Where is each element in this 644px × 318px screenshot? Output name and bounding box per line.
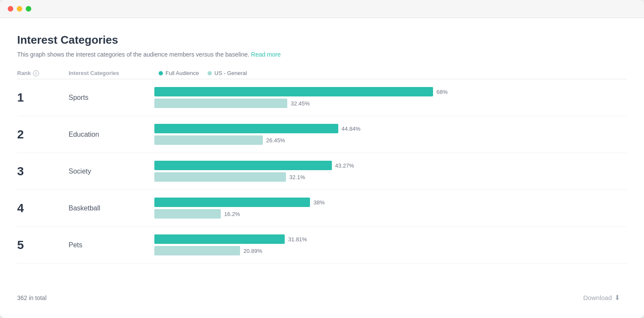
full-audience-label: 43.27%: [335, 162, 354, 169]
subtitle-text: This graph shows the interest categories…: [17, 51, 250, 58]
table-row: 3 Society 43.27% 32.1%: [17, 153, 627, 190]
full-audience-bar: [154, 161, 332, 170]
legend-dot-us: [208, 71, 212, 75]
full-audience-bar: [154, 198, 310, 207]
legend-dot-full: [159, 71, 163, 75]
us-general-bar-row: 16.2%: [154, 209, 601, 219]
category-label: Society: [69, 168, 154, 175]
bar-group: 68% 32.45%: [154, 87, 627, 108]
table-header: Rank i Interest Categories Full Audience…: [17, 70, 627, 76]
table-row: 4 Basketball 38% 16.2%: [17, 190, 627, 227]
full-audience-label: 38%: [313, 199, 325, 206]
us-general-label: 20.89%: [244, 248, 262, 254]
footer: 362 in total Download ⬇: [17, 282, 627, 305]
us-general-bar: [154, 246, 240, 255]
rank-number: 2: [17, 128, 69, 141]
bar-group: 44.84% 26.45%: [154, 124, 627, 145]
us-general-bar: [154, 209, 221, 219]
category-label: Pets: [69, 241, 154, 249]
full-audience-label: 31.81%: [288, 236, 307, 243]
table-row: 1 Sports 68% 32.45%: [17, 79, 627, 116]
us-general-label: 16.2%: [224, 211, 240, 217]
full-audience-bar: [154, 87, 433, 96]
us-general-bar-row: 32.45%: [154, 99, 601, 108]
legend-full-label: Full Audience: [166, 70, 199, 76]
category-column-header: Interest Categories: [69, 70, 154, 76]
rank-number: 5: [17, 238, 69, 252]
download-icon: ⬇: [614, 294, 620, 302]
us-general-bar-row: 26.45%: [154, 135, 601, 145]
rank-info-icon[interactable]: i: [33, 70, 39, 76]
full-audience-bar-row: 44.84%: [154, 124, 601, 133]
full-audience-label: 44.84%: [342, 126, 361, 132]
us-general-bar: [154, 172, 286, 182]
read-more-link[interactable]: Read more: [251, 51, 281, 58]
chart-column-header: Full Audience US - General: [154, 70, 627, 76]
full-audience-bar-row: 68%: [154, 87, 601, 96]
rank-column-header: Rank i: [17, 70, 69, 76]
main-content: Interest Categories This graph shows the…: [0, 18, 644, 318]
category-label: Basketball: [69, 204, 154, 212]
rank-number: 4: [17, 201, 69, 215]
full-audience-bar-row: 38%: [154, 198, 601, 207]
table-row: 2 Education 44.84% 26.45%: [17, 116, 627, 153]
chart-legend: Full Audience US - General: [159, 70, 247, 76]
rank-number: 3: [17, 165, 69, 178]
table-row: 5 Pets 31.81% 20.89%: [17, 227, 627, 264]
legend-us-general: US - General: [208, 70, 247, 76]
us-general-bar-row: 20.89%: [154, 246, 601, 255]
full-audience-bar-row: 43.27%: [154, 161, 601, 170]
us-general-bar-row: 32.1%: [154, 172, 601, 182]
download-label: Download: [583, 294, 612, 301]
bar-group: 38% 16.2%: [154, 198, 627, 219]
minimize-button[interactable]: [17, 6, 22, 12]
full-audience-label: 68%: [436, 89, 448, 95]
rank-number: 1: [17, 91, 69, 105]
us-general-label: 32.45%: [291, 100, 310, 107]
us-general-label: 32.1%: [289, 174, 305, 180]
page-subtitle: This graph shows the interest categories…: [17, 51, 627, 58]
us-general-bar: [154, 135, 263, 145]
app-window: Interest Categories This graph shows the…: [0, 0, 644, 318]
bar-group: 43.27% 32.1%: [154, 161, 627, 182]
category-label: Education: [69, 131, 154, 138]
full-audience-bar-row: 31.81%: [154, 234, 601, 244]
bar-group: 31.81% 20.89%: [154, 234, 627, 255]
page-title: Interest Categories: [17, 33, 627, 47]
download-button[interactable]: Download ⬇: [576, 290, 627, 305]
category-label: Sports: [69, 94, 154, 102]
us-general-bar: [154, 99, 287, 108]
legend-full-audience: Full Audience: [159, 70, 199, 76]
full-audience-bar: [154, 124, 338, 133]
titlebar: [0, 0, 644, 18]
data-rows: 1 Sports 68% 32.45% 2 Education 44.84%: [17, 79, 627, 264]
close-button[interactable]: [8, 6, 13, 12]
total-count: 362 in total: [17, 294, 47, 301]
us-general-label: 26.45%: [266, 137, 285, 144]
full-audience-bar: [154, 234, 285, 244]
maximize-button[interactable]: [26, 6, 31, 12]
legend-us-label: US - General: [214, 70, 247, 76]
